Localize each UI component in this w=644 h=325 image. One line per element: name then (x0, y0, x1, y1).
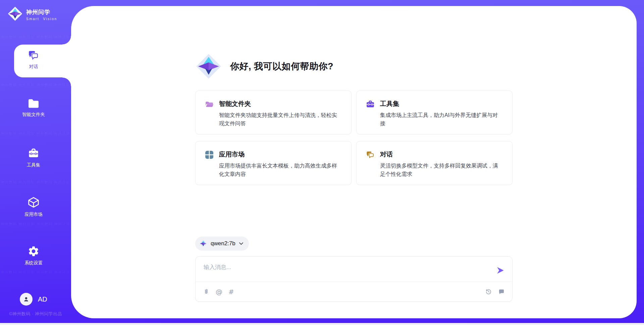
hash-icon: # (228, 288, 234, 296)
sidebar-item-label: 工具集 (27, 162, 41, 168)
copyright: ©神州数码 · 神州问学出品 (0, 311, 71, 317)
bottom-edge-strip (0, 323, 644, 325)
watermark-row: 神州数码 神州问学 神州数码 神州问学 (0, 35, 71, 40)
sidebar-item-smart-folder[interactable]: 智能文件夹 (0, 98, 67, 118)
card-title: 应用市场 (219, 150, 342, 159)
at-icon: @ (216, 288, 222, 296)
watermark-row: 神州数码 神州问学 神州数码 神州问学 (0, 131, 71, 136)
feedback-button[interactable] (498, 288, 505, 295)
feature-cards: 智能文件夹 智能文件夹功能支持批量文件上传与清洗，轻松实现文件问答 (195, 90, 513, 185)
card-desc: 应用市场提供丰富长文本模板，助力高效生成多样化文章内容 (219, 162, 342, 179)
greeting-text: 你好, 我可以如何帮助你? (230, 60, 333, 72)
sidebar-item-label: 智能文件夹 (22, 112, 45, 117)
attach-button[interactable] (203, 288, 210, 296)
watermark-row: 神州数码 神州问学 神州数码 神州问学 (0, 222, 71, 226)
avatar (20, 293, 33, 306)
card-title: 对话 (380, 150, 503, 159)
tab-flare (62, 77, 71, 86)
watermark-row: 神州数码 神州问学 神州数码 神州问学 (0, 270, 71, 275)
sidebar-item-chat[interactable]: 对话 (0, 45, 67, 77)
sidebar-item-app-market[interactable]: 应用市场 (0, 196, 67, 217)
user-initials: AD (38, 296, 47, 303)
app-name: 神州问学 (26, 8, 57, 16)
message-input[interactable] (196, 257, 512, 281)
paperclip-icon (203, 288, 210, 296)
card-desc: 集成市场上主流工具，助力AI与外界无缝扩展与对接 (380, 111, 503, 128)
sidebar-item-settings[interactable]: 系统设置 (0, 245, 67, 266)
folder-open-icon (205, 100, 214, 125)
model-name: qwen2:7b (211, 240, 235, 247)
main-panel: 你好, 我可以如何帮助你? 智能文件夹 智能文件夹功能支持批量文件上传与清洗，轻… (71, 6, 637, 318)
user-account[interactable]: AD (20, 293, 47, 306)
greeting: 你好, 我可以如何帮助你? (195, 53, 513, 80)
card-chat[interactable]: 对话 灵活切换多模型文件，支持多样回复效果调试，满足个性化需求 (356, 141, 513, 185)
chevron-down-icon (239, 241, 244, 246)
chat-bubbles-icon (366, 150, 375, 176)
sidebar: 神州数码 神州问学 神州数码 神州问学 神州数码 神州问学 神州数码 神州问学 … (0, 0, 71, 325)
history-button[interactable] (485, 288, 492, 295)
composer-toolbar: @ # (196, 282, 512, 302)
folder-icon (0, 98, 67, 109)
app-logo: 神州问学 Smart Vision (7, 6, 57, 23)
toolbox-icon (366, 100, 375, 125)
person-icon (22, 296, 30, 303)
history-clock-icon (485, 288, 492, 295)
sidebar-item-label: 应用市场 (24, 212, 43, 217)
app-tagline: Smart Vision (26, 17, 57, 21)
send-button[interactable] (496, 266, 505, 275)
sidebar-item-label: 系统设置 (24, 260, 43, 265)
card-desc: 智能文件夹功能支持批量文件上传与清洗，轻松实现文件问答 (219, 111, 342, 128)
grid-icon (205, 150, 214, 176)
gem-diamond-icon (199, 240, 207, 248)
card-title: 智能文件夹 (219, 100, 342, 108)
cube-icon (0, 196, 67, 209)
card-title: 工具集 (380, 100, 503, 108)
tab-flare (62, 36, 71, 45)
watermark-row: 神州数码 神州问学 神州数码 神州问学 (0, 180, 71, 185)
composer: @ # (195, 256, 513, 302)
card-toolset[interactable]: 工具集 集成市场上主流工具，助力AI与外界无缝扩展与对接 (356, 90, 513, 134)
mention-button[interactable]: @ (216, 288, 222, 296)
gear-icon (0, 245, 67, 257)
sidebar-item-toolset[interactable]: 工具集 (0, 147, 67, 168)
watermark-row: 神州数码 神州问学 神州数码 神州问学 (0, 83, 71, 87)
card-smart-folder[interactable]: 智能文件夹 智能文件夹功能支持批量文件上传与清洗，轻松实现文件问答 (195, 90, 352, 134)
card-desc: 灵活切换多模型文件，支持多样回复效果调试，满足个性化需求 (380, 162, 503, 179)
speech-bubble-icon (498, 288, 505, 295)
gem-diamond-icon (195, 53, 222, 80)
toolbox-icon (0, 147, 67, 159)
gem-diamond-icon (7, 6, 23, 23)
model-selector[interactable]: qwen2:7b (195, 237, 249, 251)
card-app-market[interactable]: 应用市场 应用市场提供丰富长文本模板，助力高效生成多样化文章内容 (195, 141, 352, 185)
send-icon (496, 266, 505, 275)
topic-button[interactable]: # (228, 288, 234, 296)
sidebar-item-label: 对话 (29, 64, 38, 69)
chat-bubbles-icon (0, 50, 67, 61)
